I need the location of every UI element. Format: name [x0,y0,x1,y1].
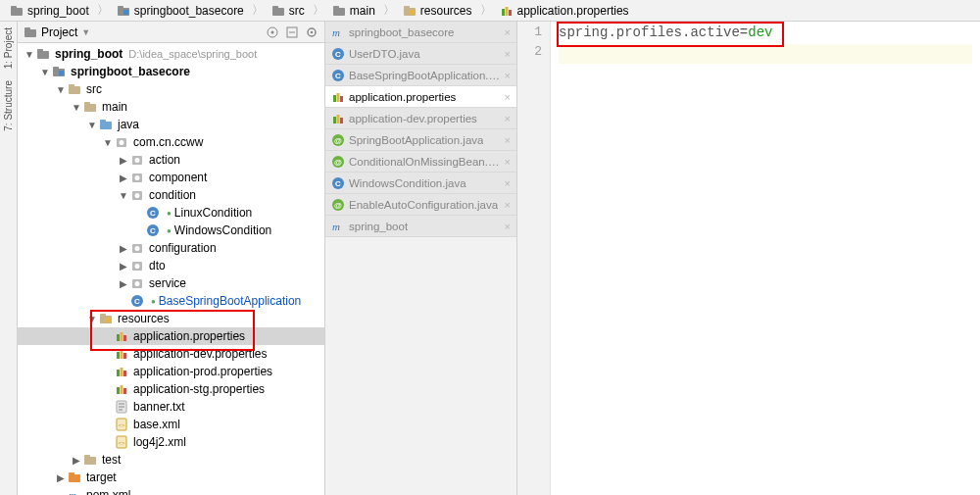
close-icon[interactable]: × [505,134,511,146]
tree-node[interactable]: application-prod.properties [18,363,324,380]
breadcrumb-item[interactable]: resources [397,0,478,21]
editor-tab-label: UserDTO.java [349,48,420,60]
tree-node[interactable]: ▶configuration [18,239,324,257]
close-icon[interactable]: × [505,48,511,60]
tree-arrow-icon[interactable]: ▶ [118,260,129,272]
tree-node[interactable]: ▼main [18,98,324,116]
tree-node-label: condition [149,188,196,202]
folder-icon [83,100,97,114]
locate-icon[interactable] [266,25,279,39]
breadcrumb: spring_boot〉springboot_basecore〉src〉main… [0,0,980,22]
tree-node[interactable]: ▶service [18,274,324,292]
tree-node[interactable]: ▶action [18,151,324,169]
tree-node[interactable]: banner.txt [18,398,324,416]
code-line[interactable] [559,44,972,64]
prop-sep: = [740,25,748,40]
tool-tab-project[interactable]: 1: Project [3,22,14,74]
editor-tab[interactable]: spring_boot× [325,216,516,237]
tree-node[interactable]: application-dev.properties [18,345,324,363]
tree-arrow-icon[interactable]: ▶ [118,242,129,254]
editor-tab[interactable]: application.properties× [325,86,516,108]
tree-node[interactable]: ▼com.cn.ccww [18,133,324,151]
tree-arrow-icon[interactable]: ▼ [118,189,129,201]
close-icon[interactable]: × [505,221,511,232]
breadcrumb-item[interactable]: spring_boot [4,0,95,21]
spring-icon [331,198,345,212]
gear-icon[interactable] [305,25,318,39]
editor-content[interactable]: spring.profiles.active=dev [551,22,980,495]
editor-tab[interactable]: WindowsCondition.java× [325,173,516,194]
tool-window-bar-left: 1: Project 7: Structure [0,22,18,495]
tree-arrow-icon[interactable]: ▼ [24,48,35,60]
tree-arrow-icon[interactable]: ▶ [71,454,82,466]
breadcrumb-item[interactable]: springboot_basecore [111,0,250,21]
editor-tab[interactable]: SpringBootApplication.java× [325,129,516,151]
breadcrumb-item[interactable]: application.properties [494,0,635,21]
tree-node-label: banner.txt [133,400,185,414]
close-icon[interactable]: × [505,26,511,38]
editor-tab[interactable]: UserDTO.java× [325,43,516,65]
tree-node-label: application.properties [133,329,245,343]
tree-node[interactable]: ▼springboot_basecore [18,63,324,80]
project-panel-title: Project [41,25,77,39]
tree-node[interactable]: ●LinuxCondition [18,204,324,222]
breadcrumb-item[interactable]: main [326,0,381,21]
tree-node[interactable]: ▶component [18,169,324,186]
tree-arrow-icon[interactable]: ▶ [55,471,67,483]
vcs-dot-icon: ● [151,297,156,306]
tree-node[interactable]: log4j2.xml [18,433,324,451]
tree-arrow-icon[interactable]: ▼ [86,313,98,324]
code-line[interactable]: spring.profiles.active=dev [559,25,972,44]
tree-arrow-icon[interactable]: ▶ [118,172,129,183]
tree-node[interactable]: application-stg.properties [18,380,324,398]
project-tree[interactable]: ▼spring_bootD:\idea_space\spring_boot▼sp… [18,43,324,495]
tree-node[interactable]: ▶test [18,451,324,469]
tree-arrow-icon[interactable]: ▼ [55,83,67,95]
class-icon [130,294,144,308]
tree-node[interactable]: base.xml [18,416,324,433]
tree-node[interactable]: application.properties [18,327,324,345]
editor-gutter: 1 2 [517,22,551,495]
close-icon[interactable]: × [505,177,511,189]
editor-tab[interactable]: application-dev.properties× [325,108,516,129]
tree-node[interactable]: pom.xml [18,486,324,495]
close-icon[interactable]: × [505,199,511,211]
xml-icon [115,418,128,431]
class-icon [331,47,345,61]
tool-tab-structure[interactable]: 7: Structure [3,74,14,137]
editor-tab[interactable]: BaseSpringBootApplication.java× [325,65,516,86]
tree-arrow-icon[interactable]: ▼ [86,119,98,130]
tree-arrow-icon[interactable]: ▼ [71,101,82,113]
editor-tab[interactable]: springboot_basecore× [325,22,516,43]
tree-node[interactable]: ▼resources [18,310,324,327]
tree-arrow-icon[interactable]: ▶ [118,277,129,289]
close-icon[interactable]: × [505,156,511,168]
tree-node-label: log4j2.xml [133,435,186,449]
tree-arrow-icon[interactable]: ▼ [39,66,51,77]
tree-node[interactable]: ▼spring_bootD:\idea_space\spring_boot [18,45,324,63]
breadcrumb-sep: 〉 [311,0,326,21]
close-icon[interactable]: × [505,91,511,103]
tree-node[interactable]: ●WindowsCondition [18,222,324,239]
tree-node[interactable]: ▼java [18,116,324,133]
tree-node[interactable]: ●BaseSpringBootApplication [18,292,324,310]
tree-node[interactable]: ▼condition [18,186,324,204]
tree-arrow-icon[interactable]: ▶ [118,154,129,166]
vcs-dot-icon: ● [167,226,172,235]
folder-res-icon [99,312,113,325]
close-icon[interactable]: × [505,113,511,124]
tree-node[interactable]: ▶dto [18,257,324,274]
spring-icon [331,133,345,147]
tree-node-label: src [86,82,102,96]
dropdown-icon[interactable]: ▼ [81,27,90,37]
collapse-all-icon[interactable] [285,25,299,39]
tree-arrow-icon[interactable]: ▼ [102,136,114,148]
close-icon[interactable]: × [505,70,511,81]
editor-tab[interactable]: ConditionalOnMissingBean.java× [325,151,516,173]
breadcrumb-item[interactable]: src [266,0,311,21]
tree-node[interactable]: ▼src [18,80,324,98]
tree-node[interactable]: ▶target [18,469,324,486]
prop-key: spring.profiles.active [559,25,740,40]
code-editor[interactable]: 1 2 spring.profiles.active=dev [517,22,980,495]
editor-tab[interactable]: EnableAutoConfiguration.java× [325,194,516,216]
